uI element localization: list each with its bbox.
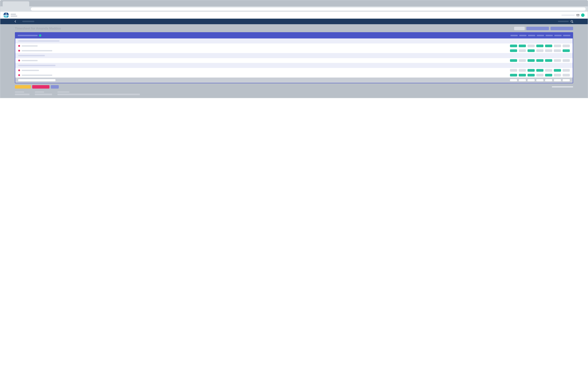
right-link[interactable] bbox=[552, 86, 573, 87]
group-name bbox=[18, 65, 55, 66]
secondary-nav bbox=[0, 19, 588, 24]
time-cell[interactable] bbox=[510, 49, 517, 52]
breadcrumb[interactable] bbox=[22, 21, 34, 22]
action-purple-button[interactable] bbox=[51, 85, 59, 89]
timesheet-total-label bbox=[18, 79, 55, 81]
total-cell bbox=[536, 79, 543, 81]
task-row bbox=[15, 58, 573, 63]
time-cell[interactable] bbox=[519, 74, 526, 76]
footer-col bbox=[15, 92, 29, 95]
footer-col bbox=[35, 92, 52, 95]
action-yellow-button[interactable] bbox=[15, 85, 31, 89]
footer-col bbox=[57, 92, 140, 95]
task-label bbox=[22, 45, 38, 46]
search-icon[interactable] bbox=[571, 20, 573, 23]
time-cell[interactable] bbox=[536, 49, 543, 52]
group-header bbox=[15, 53, 573, 58]
group-name bbox=[18, 55, 45, 56]
time-cell[interactable] bbox=[519, 49, 526, 52]
title-row: Timesheet for Amanda Maddox bbox=[15, 27, 573, 30]
time-cell[interactable] bbox=[510, 59, 517, 62]
time-cell[interactable] bbox=[563, 69, 570, 72]
day-headers bbox=[510, 35, 570, 36]
address-bar-row bbox=[0, 6, 588, 12]
footer-col-head bbox=[35, 92, 44, 92]
time-cell[interactable] bbox=[510, 45, 517, 47]
time-cell[interactable] bbox=[545, 74, 552, 76]
task-row bbox=[15, 73, 573, 78]
group-name bbox=[18, 40, 59, 42]
time-cell[interactable] bbox=[527, 49, 535, 52]
browser-window: Timesheet for Amanda Maddox bbox=[0, 0, 588, 98]
time-cell[interactable] bbox=[554, 74, 561, 76]
action-pink-button[interactable] bbox=[32, 85, 49, 89]
status-indicator-icon bbox=[39, 34, 41, 37]
time-cell[interactable] bbox=[527, 45, 535, 47]
time-cell[interactable] bbox=[536, 59, 543, 62]
timesheet-card bbox=[15, 32, 573, 83]
browser-tab[interactable] bbox=[3, 1, 29, 6]
task-status-icon bbox=[18, 60, 20, 61]
footer-col-line bbox=[15, 94, 29, 95]
day-header bbox=[510, 35, 518, 36]
app-logo-icon[interactable] bbox=[3, 12, 9, 18]
time-cell[interactable] bbox=[545, 69, 552, 72]
mail-icon[interactable] bbox=[577, 14, 579, 16]
time-cell[interactable] bbox=[536, 69, 543, 72]
timesheet-body bbox=[15, 38, 573, 78]
nav-search-ph bbox=[558, 21, 569, 22]
day-header bbox=[537, 35, 544, 36]
time-cell[interactable] bbox=[527, 59, 535, 62]
time-cell[interactable] bbox=[545, 49, 552, 52]
time-cell[interactable] bbox=[563, 74, 570, 76]
day-header bbox=[528, 35, 535, 36]
time-cell[interactable] bbox=[563, 49, 570, 52]
time-cell[interactable] bbox=[510, 69, 517, 72]
time-cell[interactable] bbox=[554, 59, 561, 62]
day-header bbox=[563, 35, 570, 36]
time-cell[interactable] bbox=[554, 49, 561, 52]
back-icon[interactable] bbox=[15, 20, 17, 23]
footer-col-line bbox=[35, 94, 52, 95]
time-cell[interactable] bbox=[563, 45, 570, 47]
task-status-icon bbox=[18, 50, 20, 52]
time-cell[interactable] bbox=[536, 74, 543, 76]
page-content: Timesheet for Amanda Maddox bbox=[0, 24, 588, 98]
time-cell[interactable] bbox=[545, 45, 552, 47]
svg-rect-0 bbox=[577, 14, 579, 16]
task-row bbox=[15, 68, 573, 73]
title-action-primary-2[interactable] bbox=[551, 27, 573, 30]
time-cell[interactable] bbox=[554, 69, 561, 72]
time-cell[interactable] bbox=[519, 69, 526, 72]
below-actions bbox=[15, 85, 573, 89]
time-cell[interactable] bbox=[527, 69, 535, 72]
title-action-secondary[interactable] bbox=[514, 27, 525, 30]
task-label bbox=[22, 60, 38, 61]
footer-columns bbox=[15, 92, 573, 95]
total-cell bbox=[563, 79, 570, 81]
time-cell[interactable] bbox=[545, 59, 552, 62]
time-cell[interactable] bbox=[510, 74, 517, 76]
task-label bbox=[22, 70, 39, 71]
time-cell[interactable] bbox=[519, 45, 526, 47]
title-action-primary-1[interactable] bbox=[526, 27, 549, 30]
total-cell bbox=[510, 79, 517, 81]
task-row bbox=[15, 48, 573, 53]
task-row bbox=[15, 44, 573, 48]
avatar[interactable] bbox=[581, 13, 585, 17]
time-cell[interactable] bbox=[536, 45, 543, 47]
time-cell[interactable] bbox=[563, 59, 570, 62]
app-sub-line bbox=[11, 16, 17, 17]
time-cell[interactable] bbox=[527, 74, 535, 76]
time-cell[interactable] bbox=[519, 59, 526, 62]
browser-tab-strip bbox=[0, 0, 588, 6]
task-status-icon bbox=[18, 69, 20, 71]
group-header bbox=[15, 63, 573, 68]
day-header bbox=[519, 35, 526, 36]
task-label bbox=[22, 75, 52, 76]
address-bar[interactable] bbox=[31, 8, 586, 11]
day-header bbox=[546, 35, 553, 36]
task-status-icon bbox=[18, 45, 20, 47]
timesheet-header bbox=[15, 33, 573, 38]
time-cell[interactable] bbox=[554, 45, 561, 47]
